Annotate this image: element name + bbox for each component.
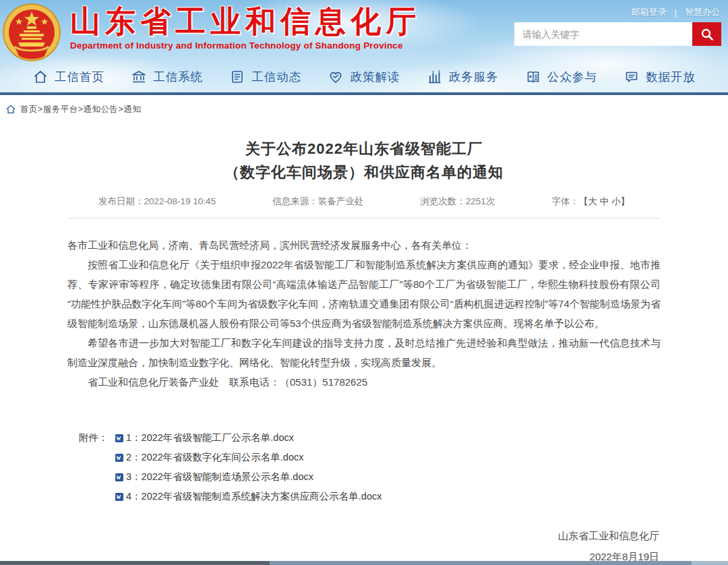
home-icon <box>32 69 49 85</box>
doc-file-icon <box>115 434 124 443</box>
search-bar <box>514 22 721 46</box>
font-size-options[interactable]: 【大 中 小】 <box>579 196 630 206</box>
attachment-row: 3：2022年省级智能制造场景公示名单.docx <box>67 467 661 487</box>
nav-label: 政策解读 <box>350 69 400 85</box>
font-size-control: 字体：【大 中 小】 <box>551 196 630 208</box>
nav-item-system[interactable]: 工信系统 <box>131 69 203 85</box>
article-signature: 山东省工业和信息化厅 2022年8月19日 <box>67 525 661 565</box>
news-icon <box>229 69 245 85</box>
handshake-icon <box>328 69 344 85</box>
paragraph: 按照省工业和信息化厅《关于组织申报2022年省级智能工厂和智能制造系统解决方案供… <box>67 255 661 333</box>
masthead: 山东省工业和信息化厅 Department of Industry and In… <box>0 0 728 95</box>
view-count-value: 2251次 <box>466 196 495 206</box>
attachment-row: 4：2022年省级智能制造系统解决方案供应商公示名单.docx <box>67 487 661 506</box>
nav-label: 数据开放 <box>646 69 696 85</box>
view-count-label: 浏览次数： <box>420 196 466 206</box>
attachment-link[interactable]: 2：2022年省级数字化车间公示名单.docx <box>126 448 303 467</box>
nav-label: 工信系统 <box>153 69 203 85</box>
publish-date-label: 发布日期： <box>98 196 144 206</box>
nav-label: 工信首页 <box>55 69 104 85</box>
nav-label: 政务服务 <box>449 69 499 85</box>
search-input[interactable] <box>514 22 692 46</box>
attachment-link[interactable]: 3：2022年省级智能制造场景公示名单.docx <box>126 467 313 487</box>
nav-item-news[interactable]: 工信动态 <box>229 69 301 85</box>
attachment-link[interactable]: 1：2022年省级智能工厂公示名单.docx <box>126 428 294 448</box>
site-subtitle: Department of Industry and Information T… <box>70 40 421 51</box>
article-title-line1: 关于公布2022年山东省级智能工厂 <box>67 137 661 160</box>
page: 山东省工业和信息化厅 Department of Industry and In… <box>0 0 728 565</box>
main-nav: 工信首页 工信系统 工信动态 <box>0 61 728 92</box>
paragraph: 省工业和信息化厅装备产业处 联系电话：（0531）51782625 <box>67 372 661 392</box>
doc-file-icon <box>115 492 124 502</box>
nav-item-services[interactable]: 政务服务 <box>427 69 499 85</box>
mail-login-link[interactable]: 邮箱登录 <box>632 6 667 18</box>
signature-org: 山东省工业和信息化厅 <box>67 525 659 546</box>
topbar-separator: | <box>675 7 677 18</box>
attachment-row: 附件： 1：2022年省级智能工厂公示名单.docx <box>67 428 661 448</box>
attachment-row: 2：2022年省级数字化车间公示名单.docx <box>67 448 661 467</box>
nav-item-home[interactable]: 工信首页 <box>32 69 104 85</box>
attachments-label: 附件： <box>79 428 115 448</box>
paragraph: 各市工业和信息化局，济南、青岛民营经济局，滨州民营经济发展服务中心，各有关单位： <box>67 235 661 255</box>
article: 关于公布2022年山东省级智能工厂 （数字化车间场景）和供应商名单的通知 发布日… <box>67 137 661 565</box>
nav-item-open-data[interactable]: 数据开放 <box>624 69 696 85</box>
search-icon <box>700 28 714 41</box>
breadcrumb: 首页>服务平台>通知公告>通知 <box>0 95 728 123</box>
attachments: 附件： 1：2022年省级智能工厂公示名单.docx 2：2022年省级数字化车… <box>67 428 661 506</box>
search-button[interactable] <box>692 22 721 46</box>
book-star-icon <box>525 69 541 85</box>
breadcrumb-path[interactable]: 首页>服务平台>通知公告>通知 <box>20 104 141 115</box>
nav-item-participation[interactable]: 公众参与 <box>525 69 597 85</box>
smart-office-link[interactable]: 智慧办公 <box>685 6 720 18</box>
info-source: 信息来源：装备产业处 <box>272 196 363 208</box>
article-body: 各市工业和信息化局，济南、青岛民营经济局，滨州民营经济发展服务中心，各有关单位：… <box>67 235 661 392</box>
info-source-label: 信息来源： <box>272 196 318 206</box>
article-title-line2: （数字化车间场景）和供应商名单的通知 <box>67 160 661 184</box>
nav-item-policy[interactable]: 政策解读 <box>328 69 400 85</box>
font-size-label: 字体： <box>551 196 579 206</box>
doc-file-icon <box>115 453 124 463</box>
nav-label: 公众参与 <box>547 69 597 85</box>
breadcrumb-home-icon <box>6 105 16 114</box>
paragraph: 希望各市进一步加大对智能工厂和数字化车间建设的指导支持力度，及时总结推广先进经验… <box>67 333 661 372</box>
header-top: 山东省工业和信息化厅 Department of Industry and In… <box>0 0 728 64</box>
article-title: 关于公布2022年山东省级智能工厂 （数字化车间场景）和供应商名单的通知 <box>67 137 661 184</box>
article-meta: 发布日期：2022-08-19 10:45 信息来源：装备产业处 浏览次数：22… <box>67 196 661 218</box>
bank-icon <box>131 69 147 85</box>
publish-date: 发布日期：2022-08-19 10:45 <box>98 196 216 208</box>
doc-file-icon <box>115 473 124 482</box>
chart-icon <box>427 69 443 85</box>
national-emblem-logo <box>1 2 62 63</box>
site-title: 山东省工业和信息化厅 <box>70 4 421 39</box>
publish-date-value: 2022-08-19 10:45 <box>144 196 216 206</box>
site-brand: 山东省工业和信息化厅 Department of Industry and In… <box>70 4 421 51</box>
footer-edge-divider <box>0 561 728 565</box>
nav-label: 工信动态 <box>251 69 301 85</box>
attachment-link[interactable]: 4：2022年省级智能制造系统解决方案供应商公示名单.docx <box>126 487 382 506</box>
view-count: 浏览次数：2251次 <box>420 196 495 208</box>
bubble-icon <box>624 69 640 85</box>
topbar-links: 邮箱登录 | 智慧办公 <box>632 6 720 18</box>
info-source-value: 装备产业处 <box>318 196 364 206</box>
